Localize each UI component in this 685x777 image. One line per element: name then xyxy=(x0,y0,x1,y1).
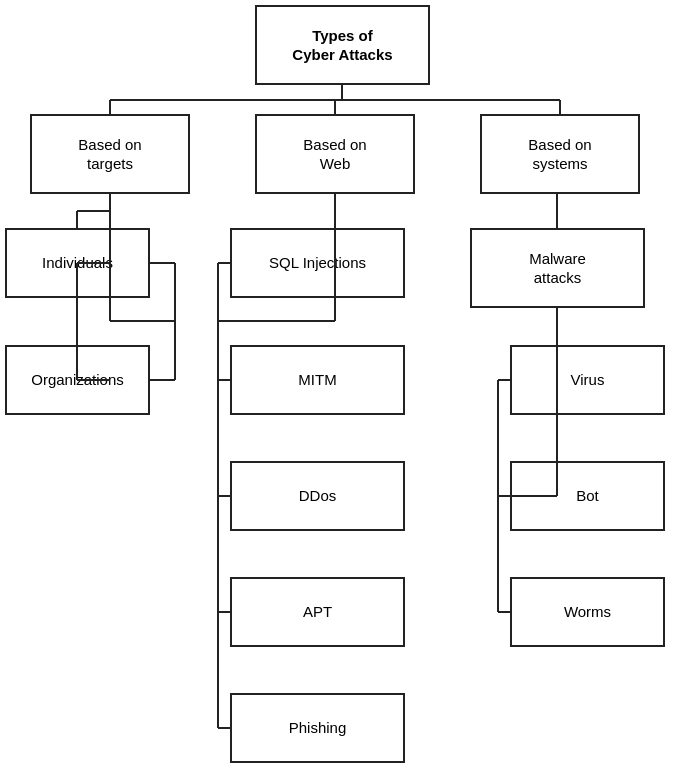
ddos-node: DDos xyxy=(230,461,405,531)
web-node: Based onWeb xyxy=(255,114,415,194)
organizations-node: Organizations xyxy=(5,345,150,415)
worms-node: Worms xyxy=(510,577,665,647)
apt-node: APT xyxy=(230,577,405,647)
root-node: Types ofCyber Attacks xyxy=(255,5,430,85)
virus-node: Virus xyxy=(510,345,665,415)
systems-node: Based onsystems xyxy=(480,114,640,194)
bot-node: Bot xyxy=(510,461,665,531)
mitm-node: MITM xyxy=(230,345,405,415)
diagram: Types ofCyber Attacks Based ontargets Ba… xyxy=(0,0,685,777)
sql-node: SQL Injections xyxy=(230,228,405,298)
targets-node: Based ontargets xyxy=(30,114,190,194)
individuals-node: Individuals xyxy=(5,228,150,298)
malware-node: Malwareattacks xyxy=(470,228,645,308)
phishing-node: Phishing xyxy=(230,693,405,763)
